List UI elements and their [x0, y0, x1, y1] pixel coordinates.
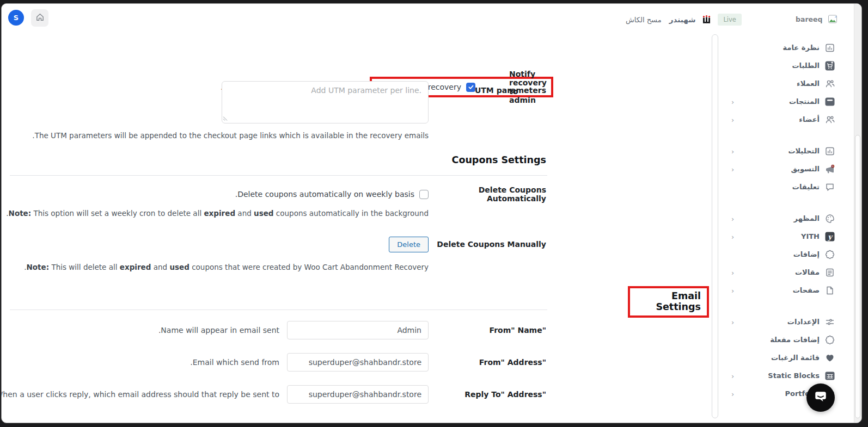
sidebar-item-pages[interactable]: صفحات‹: [719, 281, 855, 299]
delete-coupons-button[interactable]: Delete: [389, 237, 429, 252]
from-name-hint: .Name will appear in email sent: [158, 326, 279, 335]
chevron-left-icon: ‹: [731, 232, 734, 240]
utm-parameters-textarea[interactable]: [222, 81, 429, 123]
static-blocks-icon: [824, 370, 835, 381]
sidebar-item-members[interactable]: أعضاء‹: [719, 110, 855, 128]
sidebar-item-label: قائمة الرغبات: [771, 354, 820, 362]
shahbandr-crown-icon: [701, 14, 712, 26]
delete-coupons-manual-note: .Note: This will delete all expired and …: [24, 263, 429, 271]
utm-row: UTM parameters: [13, 81, 546, 123]
marketing-megaphone-icon: 0: [824, 164, 835, 175]
sidebar-item-label: التحليلات: [788, 147, 820, 155]
site-name[interactable]: bareeq: [796, 15, 822, 23]
sidebar-item-label: التسويق: [791, 165, 820, 173]
chevron-left-icon: ‹: [731, 372, 734, 380]
live-status-badge: Live: [718, 14, 741, 26]
appearance-icon: [824, 213, 835, 224]
sidebar-item-label: الطلبات: [792, 61, 820, 70]
from-name-row: From" Name" .Name will appear in email s…: [13, 321, 546, 339]
customers-icon: [824, 78, 835, 89]
chat-widget-button[interactable]: [806, 383, 835, 412]
broken-image-icon: [827, 14, 838, 24]
sidebar-item-yith[interactable]: yYITH‹: [719, 227, 855, 245]
plugins-icon: [824, 249, 835, 260]
from-address-row: From" Address" .Email which send from: [13, 353, 546, 372]
sidebar-item-analytics[interactable]: التحليلات‹: [719, 142, 855, 160]
delete-coupons-auto-checkbox[interactable]: [419, 190, 429, 199]
sidebar-item-marketing-megaphone[interactable]: 0التسويق‹: [719, 160, 855, 178]
platform-cluster: مسح الكاش شهبندر Live: [626, 13, 742, 27]
home-icon: [35, 12, 45, 24]
chevron-left-icon: ‹: [731, 286, 734, 294]
annotation-box-email-settings: Email Settings: [628, 286, 709, 318]
chevron-left-icon: ‹: [731, 97, 734, 106]
sidebar-item-label: العملاء: [797, 79, 820, 88]
chevron-left-icon: ‹: [731, 147, 734, 155]
products-icon: [824, 96, 835, 107]
chevron-left-icon: ‹: [731, 318, 734, 326]
sidebar-item-label: YITH: [801, 232, 820, 240]
sidebar-item-customers[interactable]: العملاء: [719, 75, 855, 92]
from-address-label: From" Address": [429, 358, 546, 367]
from-address-input[interactable]: [287, 353, 429, 372]
utm-hint: .The UTM parameters will be appended to …: [32, 131, 429, 140]
settings-icon: [824, 317, 835, 327]
chevron-left-icon: ‹: [731, 165, 734, 173]
sidebar-item-static-blocks[interactable]: Static Blocks‹: [719, 367, 855, 385]
window-scrollbar-track: [854, 4, 861, 423]
svg-text:0: 0: [832, 165, 834, 168]
chat-icon: [814, 389, 828, 406]
delete-coupons-manual-row: Delete Coupons Manually Delete: [13, 236, 546, 252]
sidebar-item-label: إضافات مفعلة: [770, 336, 820, 344]
chevron-left-icon: ‹: [731, 214, 734, 222]
sidebar-item-orders-cart[interactable]: الطلبات: [719, 57, 855, 75]
reply-to-address-hint: ?When a user clicks reply, which email a…: [1, 390, 279, 399]
from-name-input[interactable]: [287, 321, 429, 339]
sidebar-scrollbar-thumb[interactable]: [712, 34, 718, 418]
sidebar-item-products[interactable]: المنتجات‹: [719, 92, 855, 110]
delete-coupons-auto-description: .Delete coupons automatically on weekly …: [235, 190, 414, 199]
sidebar-item-label: المنتجات: [789, 97, 820, 106]
sidebar-item-label: إضافات: [793, 250, 820, 258]
sidebar-group: المظهر‹yYITH‹إضافاتمقالات‹صفحات‹: [719, 209, 855, 299]
email-settings-heading: Email Settings: [656, 290, 701, 312]
user-avatar[interactable]: S: [8, 10, 24, 26]
members-icon: [824, 114, 835, 125]
sidebar-item-label: الإعدادات: [787, 318, 820, 326]
pages-icon: [824, 285, 835, 296]
sidebar-item-wishlist-heart[interactable]: قائمة الرغبات: [719, 349, 855, 367]
reply-to-address-input[interactable]: [287, 385, 429, 404]
sidebar-item-label: Static Blocks: [768, 372, 820, 380]
sidebar-item-label: تعليقات: [792, 183, 820, 191]
sidebar-item-plugins[interactable]: إضافات: [719, 245, 855, 263]
reply-to-address-row: Reply To" Address" ?When a user clicks r…: [13, 385, 546, 404]
clear-cache-button[interactable]: مسح الكاش: [626, 16, 662, 24]
from-address-hint: .Email which send from: [190, 358, 279, 367]
settings-content: Notify recovery to admin .This option wi…: [2, 34, 709, 423]
sidebar-item-overview[interactable]: نظرة عامة: [719, 39, 855, 57]
home-button[interactable]: [31, 9, 48, 27]
sidebar-item-posts[interactable]: مقالات‹: [719, 263, 855, 281]
platform-link[interactable]: شهبندر: [669, 15, 696, 24]
sidebar-item-comments[interactable]: تعليقات: [719, 178, 855, 196]
sidebar-group: نظرة عامةالطلباتالعملاءالمنتجات‹أعضاء‹: [719, 39, 855, 128]
sidebar-item-label: نظرة عامة: [783, 44, 820, 52]
sidebar-item-settings[interactable]: الإعدادات‹: [719, 313, 855, 331]
sidebar-item-label: أعضاء: [799, 115, 820, 123]
sidebar-item-active-plugins[interactable]: إضافات مفعلة: [719, 331, 855, 349]
delete-coupons-auto-row: Delete Coupons Automatically .Delete cou…: [13, 189, 546, 200]
sidebar-item-appearance[interactable]: المظهر‹: [719, 209, 855, 227]
chevron-left-icon: ‹: [731, 268, 734, 276]
sidebar-menu: نظرة عامةالطلباتالعملاءالمنتجات‹أعضاء‹ال…: [719, 39, 855, 416]
site-identity: bareeq: [796, 14, 838, 24]
from-name-label: From" Name": [429, 326, 546, 335]
section-divider: [10, 175, 547, 176]
top-bar: S مسح الكاش شهبندر Live bareeq: [2, 4, 861, 34]
delete-coupons-auto-note: .Note: This option will set a weekly cro…: [6, 209, 429, 218]
sidebar-group: الإعدادات‹إضافات مفعلةقائمة الرغباتStati…: [719, 313, 855, 403]
coupons-settings-heading: Coupons Settings: [452, 154, 546, 165]
sidebar-item-label: المظهر: [794, 214, 820, 222]
chevron-left-icon: ‹: [731, 389, 734, 398]
chevron-left-icon: ‹: [731, 115, 734, 123]
window-scrollbar-thumb[interactable]: [855, 135, 860, 418]
